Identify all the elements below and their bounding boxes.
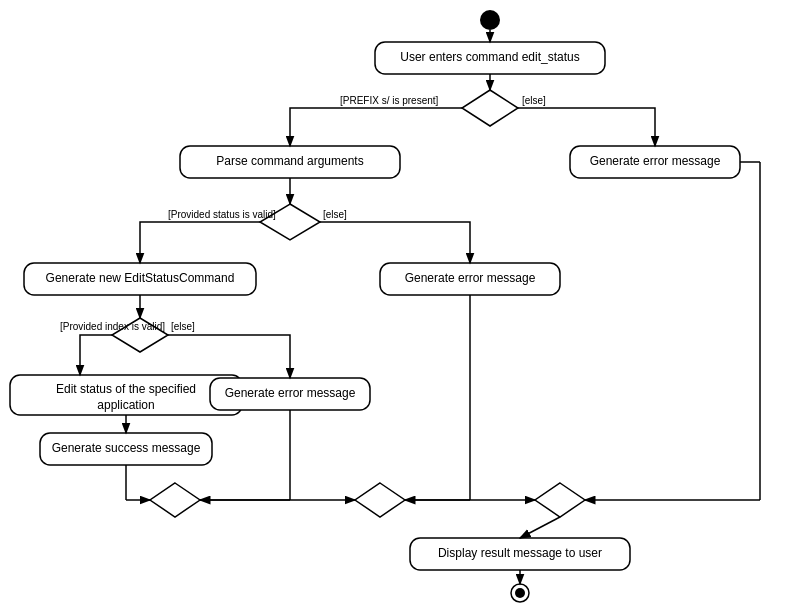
merge-right-diamond: [535, 483, 585, 517]
prefix-label: [PREFIX s/ is present]: [340, 95, 439, 106]
merge-left-diamond: [150, 483, 200, 517]
gen-error-mid-text: Generate error message: [405, 271, 536, 285]
prefix-diamond: [462, 90, 518, 126]
end-inner: [515, 588, 525, 598]
gen-new-cmd-text: Generate new EditStatusCommand: [46, 271, 235, 285]
index-else-label: [else]: [171, 321, 195, 332]
user-enters-text: User enters command edit_status: [400, 50, 579, 64]
gen-error-index-text: Generate error message: [225, 386, 356, 400]
status-else-label: [else]: [323, 209, 347, 220]
edit-status-text-2: application: [97, 398, 154, 412]
gen-error-top-text: Generate error message: [590, 154, 721, 168]
edit-status-text-1: Edit status of the specified: [56, 382, 196, 396]
svg-line-43: [520, 517, 560, 538]
status-valid-label: [Provided status is valid]: [168, 209, 276, 220]
merge-center-diamond: [355, 483, 405, 517]
gen-success-text: Generate success message: [52, 441, 201, 455]
start-circle: [480, 10, 500, 30]
display-result-text: Display result message to user: [438, 546, 602, 560]
main-diagram: User enters command edit_status Parse co…: [0, 0, 796, 609]
parse-args-text: Parse command arguments: [216, 154, 363, 168]
prefix-else-label: [else]: [522, 95, 546, 106]
index-valid-label: [Provided index is valid]: [60, 321, 165, 332]
